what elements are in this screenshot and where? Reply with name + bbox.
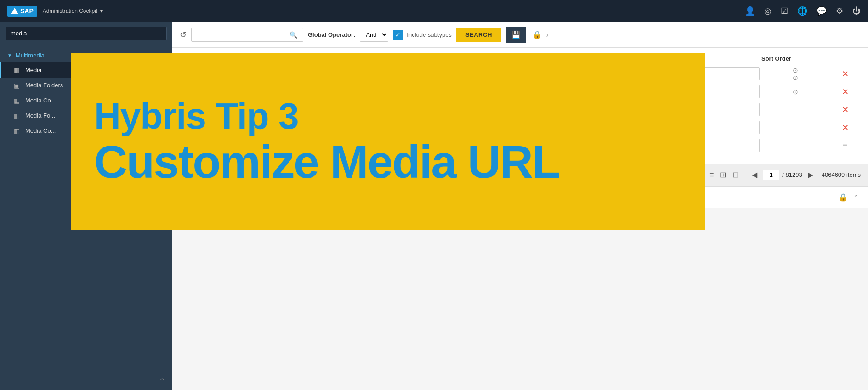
sidebar-item-label: Media xyxy=(25,67,41,73)
tasks-icon[interactable]: ☑ xyxy=(781,6,788,16)
notification-icon[interactable]: 💬 xyxy=(817,6,827,16)
comparator-select-alt[interactable]: Equals Contains Starts With xyxy=(286,138,369,153)
add-dropdown-arrow[interactable]: ▾ xyxy=(191,172,194,178)
toolbar-separator-6 xyxy=(745,170,745,180)
col-action-header xyxy=(829,55,857,62)
media-icon: ▦ xyxy=(12,67,21,73)
field-select-alt[interactable]: Alternative text Catalog ID Mime type xyxy=(182,138,283,153)
sidebar-section-multimedia[interactable]: ▼ Multimedia xyxy=(0,48,172,62)
sidebar-item-media-folders[interactable]: ▣ Media Folders xyxy=(0,78,172,93)
sort-down-icon[interactable]: ⊙ xyxy=(793,74,798,81)
user-icon[interactable]: 👤 xyxy=(745,6,755,16)
field-select-4[interactable]: Field 4 xyxy=(182,120,283,135)
target-icon[interactable]: ◎ xyxy=(764,6,772,16)
page-number-input[interactable]: 1 xyxy=(763,170,779,180)
list-view-button[interactable]: ≡ xyxy=(707,169,716,181)
operator-select-group: And Or xyxy=(360,28,388,42)
refresh-icon[interactable]: ↺ xyxy=(180,30,187,40)
toolbar-separator-3 xyxy=(238,170,238,180)
sidebar-item-media-fo[interactable]: ▦ Media Fo... xyxy=(0,108,172,123)
pagination: ◀ 1 / 81293 ▶ xyxy=(749,169,816,181)
folder-icon: ▣ xyxy=(12,82,21,89)
filter-row-alt-text: Alternative text Catalog ID Mime type Eq… xyxy=(182,138,859,153)
toolbar-separator-1 xyxy=(198,170,198,180)
status-chevron-icon: ⌃ xyxy=(853,194,859,201)
toolbar-separator-2 xyxy=(218,170,219,180)
value-input-4[interactable] xyxy=(373,121,760,134)
remove-row-3-button[interactable]: ✕ xyxy=(831,105,859,115)
value-input-1[interactable] xyxy=(373,67,760,80)
filter-row-1: Catalog ID Contains Equals Starts With ⊙… xyxy=(182,67,859,81)
refresh-button[interactable]: ↺ xyxy=(222,169,234,181)
search-button[interactable]: SEARCH xyxy=(456,28,501,42)
field-select-3[interactable]: Field 3 xyxy=(182,102,283,117)
import-button[interactable]: ↙ xyxy=(301,169,312,181)
globe-icon[interactable]: 🌐 xyxy=(797,6,807,16)
add-button[interactable]: + xyxy=(180,169,189,181)
search-input-group: Media 🔍 xyxy=(191,28,303,42)
sidebar-collapse-button[interactable]: ⌃ xyxy=(0,372,172,390)
grid-view-button[interactable]: ⊟ xyxy=(730,169,741,181)
subtypes-group: ✓ Include subtypes xyxy=(393,30,452,40)
toolbar-separator-5 xyxy=(296,170,297,180)
chevron-right-icon: › xyxy=(546,31,549,39)
next-page-button[interactable]: ▶ xyxy=(805,169,816,181)
search-input[interactable]: Media xyxy=(192,28,284,41)
sidebar-item-label: Media Co... xyxy=(25,127,56,134)
tree-view-button[interactable]: ⊞ xyxy=(717,169,729,181)
top-nav-icons: 👤 ◎ ☑ 🌐 💬 ⚙ ⏻ xyxy=(745,6,861,16)
export-button[interactable]: ↗ xyxy=(277,169,288,181)
sort-up-2-icon[interactable]: ⊙ xyxy=(793,89,798,95)
prev-page-button[interactable]: ◀ xyxy=(749,169,760,181)
operator-select[interactable]: And Or xyxy=(360,28,388,41)
main-layout: media ▼ Multimedia ▦ Media ▣ Media Folde… xyxy=(0,22,868,390)
top-navigation: SAP Administration Cockpit ▾ 👤 ◎ ☑ 🌐 💬 ⚙… xyxy=(0,0,868,22)
search-bar: ↺ Media 🔍 Global Operator: And Or ✓ Incl… xyxy=(172,22,868,48)
sap-logo[interactable]: SAP xyxy=(7,6,37,17)
sap-triangle-icon xyxy=(11,8,18,14)
sidebar-search-input[interactable]: media xyxy=(6,27,167,40)
content-area: ↺ Media 🔍 Global Operator: And Or ✓ Incl… xyxy=(172,22,868,390)
value-input-2[interactable] xyxy=(373,85,760,98)
search-icon-button[interactable]: 🔍 xyxy=(284,28,303,41)
global-operator-label: Global Operator: xyxy=(308,31,355,38)
settings-icon[interactable]: ⚙ xyxy=(836,6,843,16)
value-input-3[interactable] xyxy=(373,103,760,116)
sort-button[interactable]: ⇅ xyxy=(242,169,253,181)
selection-status: No items selected xyxy=(182,194,233,201)
sort-up-icon[interactable]: ⊙ xyxy=(793,67,798,73)
remove-row-1-button[interactable]: ✕ xyxy=(831,69,859,79)
comparator-select-4[interactable]: Contains xyxy=(286,120,369,135)
delete-button[interactable]: 🗑 xyxy=(202,169,215,181)
col-comparator-header: Comparator xyxy=(288,55,371,62)
include-subtypes-checkbox[interactable]: ✓ xyxy=(393,30,403,40)
sidebar-item-media-co2[interactable]: ▦ Media Co... xyxy=(0,123,172,138)
items-count: 4064609 items xyxy=(822,171,861,178)
save-button[interactable]: 💾 xyxy=(506,27,526,43)
media-co-icon: ▦ xyxy=(12,97,21,104)
filter-button[interactable]: ≡↑ xyxy=(255,169,268,181)
collapse-icon: ⌃ xyxy=(159,377,165,385)
comparator-select-3[interactable]: Contains xyxy=(286,102,369,117)
export-dropdown-arrow[interactable]: ▾ xyxy=(290,172,293,178)
toolbar-separator-4 xyxy=(272,170,273,180)
sort-arrows-1: ⊙ ⊙ xyxy=(763,67,828,81)
lock-icon: 🔒 xyxy=(533,30,542,39)
sidebar-item-label: Media Fo... xyxy=(25,112,55,119)
sidebar-item-label: Media Co... xyxy=(25,97,56,104)
sidebar-item-media-co1[interactable]: ▦ Media Co... xyxy=(0,93,172,108)
filter-row-3: Field 3 Contains ✕ xyxy=(182,102,859,117)
sidebar-item-media[interactable]: ▦ Media xyxy=(0,62,172,78)
media-co2-icon: ▦ xyxy=(12,128,21,134)
remove-row-4-button[interactable]: ✕ xyxy=(831,123,859,133)
remove-row-2-button[interactable]: ✕ xyxy=(831,87,859,97)
comparator-select-2[interactable]: Starts With Contains Equals xyxy=(286,85,369,99)
field-select-2[interactable]: Mime type xyxy=(182,85,283,99)
power-icon[interactable]: ⏻ xyxy=(852,6,861,16)
field-select-1[interactable]: Catalog ID xyxy=(182,67,283,81)
sidebar-item-label: Media Folders xyxy=(25,82,63,89)
status-lock-icon: 🔒 xyxy=(839,193,848,202)
comparator-select-1[interactable]: Contains Equals Starts With xyxy=(286,67,369,81)
add-filter-row-button[interactable]: + xyxy=(831,140,859,151)
value-input-alt[interactable] xyxy=(373,139,760,152)
